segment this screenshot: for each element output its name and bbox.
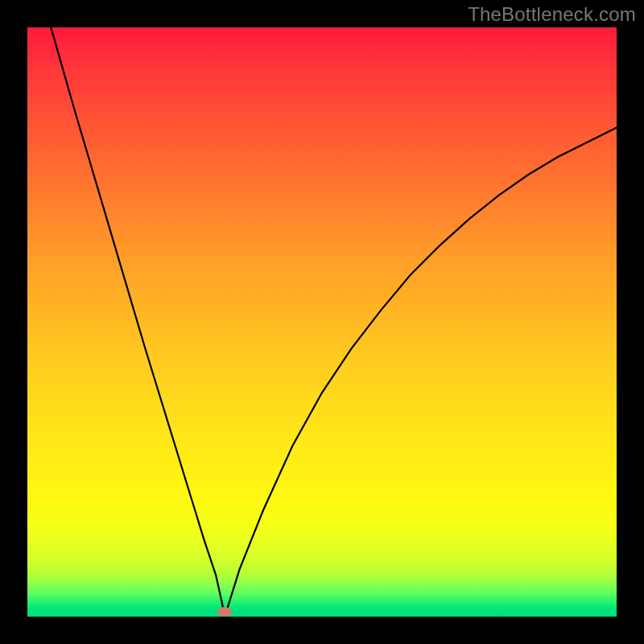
bottleneck-curve <box>27 27 617 617</box>
optimum-marker <box>217 607 232 617</box>
watermark-text: TheBottleneck.com <box>468 3 636 26</box>
plot-area <box>27 27 617 617</box>
chart-frame: TheBottleneck.com <box>0 0 644 644</box>
curve-left-branch <box>51 27 224 612</box>
curve-right-branch <box>226 127 617 612</box>
